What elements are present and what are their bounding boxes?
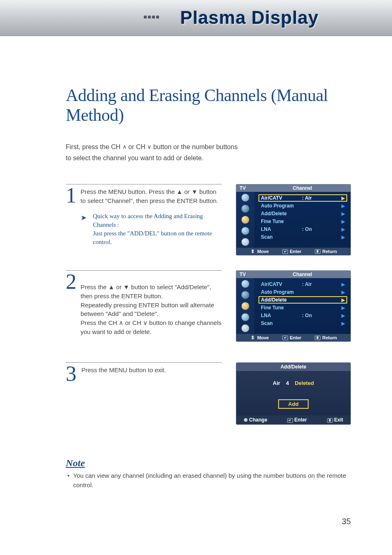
osd-add-delete: Add/Delete Air 4 Deleted Add ⊕ Change ↵ … <box>236 362 351 425</box>
quick-l2: Just press the "ADD/DEL" button on the r… <box>93 230 212 245</box>
osd-title: Channel <box>258 185 347 191</box>
page-title: Adding and Erasing Channels (Manual Meth… <box>66 85 351 125</box>
osd-channel-1: TV Channel Air/CATV: Air▶ Auto Program▶ … <box>236 184 351 256</box>
osd-row-adddelete[interactable]: Add/Delete▶ <box>258 296 347 304</box>
osd-icon <box>241 280 249 288</box>
osd-icon <box>241 313 249 321</box>
triangle-right-icon: ▶ <box>341 290 345 295</box>
osd3-status-line: Air 4 Deleted <box>240 380 346 386</box>
osd-header: TV Channel <box>236 271 350 278</box>
intro-part4: to select the channel you want to add or… <box>66 154 203 161</box>
banner-title: Plasma Display <box>180 7 319 28</box>
osd3-exit-hint: Ⅲ Exit <box>327 417 343 423</box>
intro-part1: First, press the CH <box>66 143 122 150</box>
triangle-right-icon: ▶ <box>341 219 345 224</box>
step-3: 3 Press the MENU button to exit. <box>66 362 222 384</box>
updown-icon <box>250 249 256 254</box>
osd-row-scan[interactable]: Scan▶ <box>258 320 347 327</box>
osd-move-hint: Move <box>250 249 269 254</box>
return-icon: Ⅲ <box>315 249 321 254</box>
triangle-right-icon: ▶ <box>341 211 345 216</box>
banner-dots-icon <box>144 16 159 18</box>
return-icon: Ⅲ <box>315 336 321 340</box>
step-text: Press the MENU button. Press the ▲ or ▼ … <box>81 186 222 246</box>
triangle-right-icon: ▶ <box>341 196 345 201</box>
triangle-right-icon: ▶ <box>341 227 345 232</box>
ch-up-icon: ∧ <box>122 142 127 152</box>
osd-title: Channel <box>258 272 347 277</box>
osd-sidebar-icons <box>236 278 254 334</box>
osd-move-hint: Move <box>250 335 269 340</box>
ch-down-icon: ∨ <box>147 142 151 152</box>
osd-sidebar-icons <box>236 192 254 248</box>
osd3-title: Add/Delete <box>236 363 350 371</box>
osd3-status: Deleted <box>295 380 314 386</box>
step-1: 1 Press the MENU button. Press the ▲ or … <box>66 184 222 246</box>
osd-menu-list: Air/CATV: Air▶ Auto Program▶ Add/Delete▶… <box>254 192 350 248</box>
osd3-footer: ⊕ Change ↵ Enter Ⅲ Exit <box>236 415 350 424</box>
enter-icon: ↵ <box>287 418 293 423</box>
triangle-right-icon: ▶ <box>341 313 345 318</box>
osd-row-autoprogram[interactable]: Auto Program▶ <box>258 288 347 296</box>
osd3-source: Air <box>273 380 280 386</box>
step-2: 2 Press the ▲ or ▼ button to select "Add… <box>66 270 222 336</box>
osd-icon <box>241 193 249 202</box>
add-button[interactable]: Add <box>278 399 308 409</box>
enter-icon: ↵ <box>282 336 288 340</box>
osd-enter-hint: ↵Enter <box>282 335 301 340</box>
osd-menu-list: Air/CATV: Air▶ Auto Program▶ Add/Delete▶… <box>254 278 350 334</box>
page-number: 35 <box>342 517 351 526</box>
header-banner: Plasma Display <box>0 0 392 36</box>
osd-icon <box>241 227 249 235</box>
osd-icon <box>241 216 249 224</box>
osd-row-aircatv[interactable]: Air/CATV: Air▶ <box>258 281 347 288</box>
osd-row-scan[interactable]: Scan▶ <box>258 233 347 241</box>
intro-part3: button or the number buttons <box>151 143 238 150</box>
osd-row-aircatv[interactable]: Air/CATV: Air▶ <box>258 194 347 202</box>
step-number: 1 <box>66 186 76 246</box>
triangle-right-icon: ▶ <box>341 282 345 287</box>
note-text: You can view any channel (including an e… <box>66 471 351 490</box>
quick-tip: ➤ Quick way to access the Adding and Era… <box>81 212 222 246</box>
step-2-body: Press the ▲ or ▼ button to select "Add/D… <box>81 283 221 335</box>
osd-icon <box>241 302 249 310</box>
triangle-right-icon: ▶ <box>341 203 345 209</box>
osd-row-autoprogram[interactable]: Auto Program▶ <box>258 202 347 210</box>
osd-header: TV Channel <box>236 184 350 192</box>
quick-l1: Quick way to access the Adding and Erasi… <box>93 213 203 228</box>
step-number: 2 <box>66 272 76 336</box>
osd3-enter-hint: ↵ Enter <box>287 417 307 423</box>
osd-icon <box>241 324 249 332</box>
updown-icon <box>250 336 256 340</box>
osd-tv-label: TV <box>240 272 258 277</box>
osd-tv-label: TV <box>240 185 258 191</box>
tip-arrow-icon: ➤ <box>81 213 87 223</box>
intro-text: First, press the CH ∧ or CH ∨ button or … <box>66 141 351 164</box>
osd-row-finetune[interactable]: Fine Tune▶ <box>258 304 347 311</box>
osd-enter-hint: ↵Enter <box>282 249 301 254</box>
step-1-body: Press the MENU button. Press the ▲ or ▼ … <box>81 188 218 204</box>
step-3-body: Press the MENU button to exit. <box>81 366 166 373</box>
osd-row-finetune[interactable]: Fine Tune▶ <box>258 218 347 225</box>
osd3-channel: 4 <box>286 380 289 386</box>
osd-row-lna[interactable]: LNA: On▶ <box>258 312 347 319</box>
triangle-right-icon: ▶ <box>341 297 345 303</box>
triangle-right-icon: ▶ <box>341 235 345 240</box>
step-text: Press the ▲ or ▼ button to select "Add/D… <box>81 272 222 336</box>
osd-footer: Move ↵Enter ⅢReturn <box>236 334 350 341</box>
enter-icon: ↵ <box>282 249 288 254</box>
osd3-change-hint: ⊕ Change <box>244 417 267 423</box>
osd-icon <box>241 205 249 213</box>
osd-channel-2: TV Channel Air/CATV: Air▶ Auto Program▶ … <box>236 270 351 342</box>
osd-return-hint: ⅢReturn <box>315 335 337 340</box>
osd-footer: Move ↵Enter ⅢReturn <box>236 248 350 255</box>
osd-row-lna[interactable]: LNA: On▶ <box>258 226 347 233</box>
osd-row-adddelete[interactable]: Add/Delete▶ <box>258 210 347 217</box>
note-title: Note <box>66 458 351 469</box>
osd-icon <box>241 238 249 246</box>
step-number: 3 <box>66 364 76 384</box>
exit-icon: Ⅲ <box>327 418 333 423</box>
intro-part2: or CH <box>127 143 148 150</box>
osd-icon <box>241 291 249 299</box>
note-section: Note You can view any channel (including… <box>66 458 351 490</box>
